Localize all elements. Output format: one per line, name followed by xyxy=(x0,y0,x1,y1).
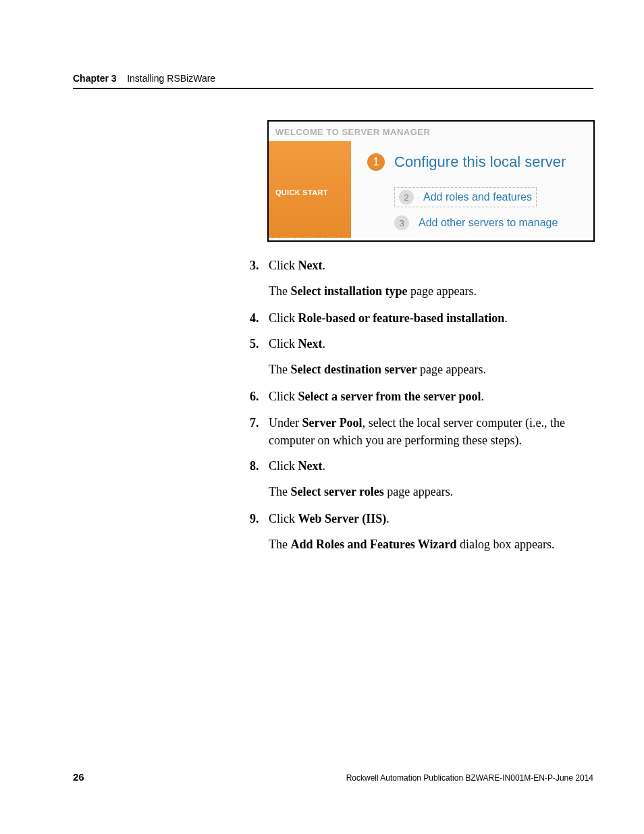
figure-body: QUICK START 1 Configure this local serve… xyxy=(269,141,593,238)
step-2-icon: 2 xyxy=(399,190,414,205)
step-9: 9. Click Web Server (IIS). xyxy=(250,510,591,527)
step-body: Click Next. xyxy=(269,457,591,475)
add-servers-row: 3 Add other servers to manage xyxy=(394,215,587,230)
step-5: 5. Click Next. xyxy=(250,335,591,353)
step-number: 3. xyxy=(250,257,269,274)
step-body: Under Server Pool, select the local serv… xyxy=(269,414,591,449)
step-number: 8. xyxy=(250,457,269,475)
add-roles-link[interactable]: 2 Add roles and features xyxy=(394,187,537,207)
page-number: 26 xyxy=(73,771,84,783)
chapter-title: Installing RSBizWare xyxy=(127,73,215,84)
add-servers-link[interactable]: Add other servers to manage xyxy=(419,217,558,229)
step-number: 4. xyxy=(250,309,269,327)
step-body: Click Next. xyxy=(269,257,591,274)
step-body: Click Web Server (IIS). xyxy=(269,510,591,527)
step-8: 8. Click Next. xyxy=(250,457,591,475)
step-body: Click Role-based or feature-based instal… xyxy=(269,309,591,327)
step-number: 9. xyxy=(250,510,269,527)
step-4: 4. Click Role-based or feature-based ins… xyxy=(250,309,591,327)
header-rule xyxy=(73,88,593,89)
step-number: 5. xyxy=(250,335,269,353)
step-6: 6. Click Select a server from the server… xyxy=(250,388,591,405)
instruction-list: 3. Click Next. The Select installation t… xyxy=(250,257,591,563)
step-body: Click Select a server from the server po… xyxy=(269,388,591,405)
chapter-number: Chapter 3 xyxy=(73,73,117,84)
figure-title: WELCOME TO SERVER MANAGER xyxy=(269,122,593,141)
add-roles-text: Add roles and features xyxy=(423,191,532,203)
add-roles-row: 2 Add roles and features xyxy=(394,187,587,207)
figure-right: 1 Configure this local server 2 Add role… xyxy=(351,141,593,238)
quick-start-label: QUICK START xyxy=(275,188,328,197)
step-number: 6. xyxy=(250,388,269,405)
step-7: 7. Under Server Pool, select the local s… xyxy=(250,414,591,449)
step-number: 7. xyxy=(250,414,269,449)
configure-row: 1 Configure this local server xyxy=(367,153,587,171)
publication-info: Rockwell Automation Publication BZWARE-I… xyxy=(346,773,593,783)
step-5-followup: The Select destination server page appea… xyxy=(269,361,591,378)
page-header: Chapter 3 Installing RSBizWare xyxy=(73,73,593,89)
step-8-followup: The Select server roles page appears. xyxy=(269,483,591,500)
server-manager-screenshot: WELCOME TO SERVER MANAGER QUICK START 1 … xyxy=(267,120,595,242)
step-1-icon: 1 xyxy=(367,153,385,171)
step-3-icon: 3 xyxy=(394,215,409,230)
chapter-line: Chapter 3 Installing RSBizWare xyxy=(73,73,593,84)
step-3-followup: The Select installation type page appear… xyxy=(269,282,591,300)
step-9-followup: The Add Roles and Features Wizard dialog… xyxy=(269,536,591,553)
step-body: Click Next. xyxy=(269,335,591,353)
quick-start-panel: QUICK START xyxy=(269,141,351,238)
step-3: 3. Click Next. xyxy=(250,257,591,274)
configure-link[interactable]: Configure this local server xyxy=(394,153,566,171)
page-footer: 26 Rockwell Automation Publication BZWAR… xyxy=(73,771,593,783)
